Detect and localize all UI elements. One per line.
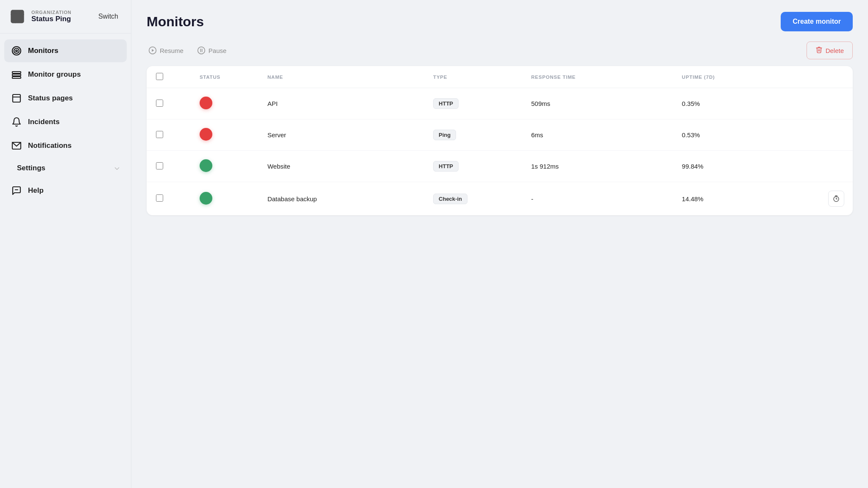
status-cell <box>191 119 259 151</box>
timer-button[interactable] <box>828 191 844 207</box>
action-bar: Resume Pause <box>131 38 868 66</box>
org-name: Status Ping <box>31 15 72 23</box>
status-indicator <box>200 97 212 109</box>
switch-button[interactable]: Switch <box>94 10 122 23</box>
uptime-cell: 99.84% <box>673 151 794 182</box>
sidebar-item-notifications[interactable]: Notifications <box>4 134 127 157</box>
th-uptime: UPTIME (7D) <box>673 66 794 88</box>
org-icon <box>8 8 26 25</box>
monitors-table: STATUS NAME TYPE RESPONSE TIME UPTIME (7… <box>147 66 853 215</box>
type-cell: Check-in <box>425 182 523 216</box>
resume-icon <box>148 46 157 55</box>
page-title: Monitors <box>147 14 204 30</box>
status-pages-icon <box>11 93 22 104</box>
incidents-label: Incidents <box>28 118 60 126</box>
svg-rect-6 <box>17 12 19 13</box>
name-cell: Database backup <box>259 182 425 216</box>
create-monitor-button[interactable]: Create monitor <box>781 12 853 31</box>
status-indicator <box>200 192 212 205</box>
table-row[interactable]: Website HTTP 1s 912ms 99.84% <box>147 151 853 182</box>
monitor-groups-icon <box>11 69 22 80</box>
main-content: Monitors Create monitor Resume <box>131 0 868 488</box>
sidebar: ORGANIZATION Status Ping Switch Monitors <box>0 0 131 488</box>
incidents-icon <box>11 116 22 128</box>
svg-rect-5 <box>14 12 15 13</box>
row-checkbox-cell <box>147 88 191 119</box>
type-cell: HTTP <box>425 88 523 119</box>
resume-button[interactable]: Resume <box>147 44 185 57</box>
name-cell: Website <box>259 151 425 182</box>
th-checkbox <box>147 66 191 88</box>
monitor-groups-label: Monitor groups <box>28 70 81 79</box>
row-checkbox[interactable] <box>156 100 163 107</box>
status-pages-label: Status pages <box>28 94 73 103</box>
th-type: TYPE <box>425 66 523 88</box>
main-header: Monitors Create monitor <box>131 0 868 38</box>
sidebar-item-monitor-groups[interactable]: Monitor groups <box>4 63 127 86</box>
type-badge: HTTP <box>433 98 459 109</box>
type-badge: Check-in <box>433 194 467 204</box>
settings-label: Settings <box>17 164 45 172</box>
pause-label: Pause <box>209 47 227 54</box>
row-checkbox[interactable] <box>156 131 163 138</box>
svg-rect-7 <box>20 12 21 13</box>
row-checkbox[interactable] <box>156 162 163 169</box>
row-checkbox-cell <box>147 151 191 182</box>
svg-rect-15 <box>13 94 20 102</box>
sidebar-item-help[interactable]: Help <box>4 179 127 202</box>
sidebar-item-monitors[interactable]: Monitors <box>4 39 127 62</box>
response-time-cell: 6ms <box>523 119 673 151</box>
status-cell <box>191 88 259 119</box>
row-checkbox[interactable] <box>156 194 163 202</box>
help-label: Help <box>28 186 44 195</box>
response-time-cell: 1s 912ms <box>523 151 673 182</box>
sidebar-header: ORGANIZATION Status Ping Switch <box>0 0 131 33</box>
svg-rect-4 <box>14 17 15 19</box>
name-cell: API <box>259 88 425 119</box>
sidebar-item-settings[interactable]: Settings <box>4 158 127 178</box>
type-cell: Ping <box>425 119 523 151</box>
table-row[interactable]: API HTTP 509ms 0.35% <box>147 88 853 119</box>
delete-button[interactable]: Delete <box>807 42 853 59</box>
th-status: STATUS <box>191 66 259 88</box>
response-time-cell: 509ms <box>523 88 673 119</box>
action-cell <box>794 151 853 182</box>
type-badge: Ping <box>433 130 456 140</box>
table-row[interactable]: Server Ping 6ms 0.53% <box>147 119 853 151</box>
status-cell <box>191 151 259 182</box>
name-cell: Server <box>259 119 425 151</box>
settings-chevron-icon <box>113 165 120 172</box>
org-label: ORGANIZATION <box>31 10 72 15</box>
type-badge: HTTP <box>433 161 459 172</box>
response-time-cell: - <box>523 182 673 216</box>
sidebar-item-status-pages[interactable]: Status pages <box>4 87 127 110</box>
row-checkbox-cell <box>147 182 191 216</box>
monitors-table-container: STATUS NAME TYPE RESPONSE TIME UPTIME (7… <box>147 66 853 215</box>
notifications-label: Notifications <box>28 141 72 150</box>
th-response-time: RESPONSE TIME <box>523 66 673 88</box>
action-left: Resume Pause <box>147 44 228 57</box>
table-row[interactable]: Database backup Check-in - 14.48% <box>147 182 853 216</box>
status-cell <box>191 182 259 216</box>
pause-button[interactable]: Pause <box>195 44 228 57</box>
timer-icon-cell <box>802 191 844 207</box>
sidebar-item-incidents[interactable]: Incidents <box>4 111 127 133</box>
pause-icon <box>197 46 206 55</box>
svg-point-22 <box>198 47 205 54</box>
delete-icon <box>815 46 823 55</box>
help-icon <box>11 185 22 196</box>
monitors-icon <box>11 45 22 56</box>
sidebar-nav: Monitors Monitor groups Status pages <box>0 33 131 208</box>
action-cell <box>794 88 853 119</box>
svg-rect-8 <box>20 17 21 19</box>
notifications-icon <box>11 140 22 151</box>
svg-rect-14 <box>12 77 21 78</box>
timer-icon <box>832 195 840 202</box>
monitors-label: Monitors <box>28 47 58 55</box>
svg-point-10 <box>14 48 19 53</box>
type-cell: HTTP <box>425 151 523 182</box>
status-indicator <box>200 159 212 172</box>
select-all-checkbox[interactable] <box>156 73 163 80</box>
resume-label: Resume <box>160 47 184 54</box>
th-name: NAME <box>259 66 425 88</box>
